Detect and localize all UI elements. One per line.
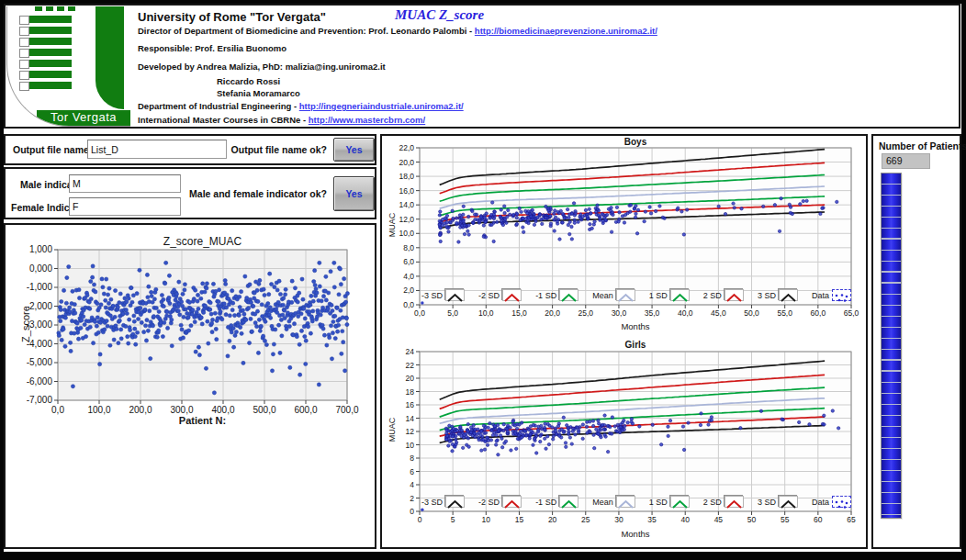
header-link[interactable]: http://ingegneriaindustriale.uniroma2.it… <box>299 101 464 111</box>
gender-ok-button[interactable]: Yes <box>333 176 375 211</box>
svg-text:45: 45 <box>714 515 724 524</box>
svg-text:4: 4 <box>410 480 414 489</box>
svg-text:40,0: 40,0 <box>678 308 693 318</box>
legend-data-dots-icon <box>832 289 851 301</box>
legend-entry: -2 SD <box>478 496 522 508</box>
svg-text:8,0: 8,0 <box>403 243 414 252</box>
legend-line-sample-icon <box>559 496 578 508</box>
svg-text:45,0: 45,0 <box>711 308 726 318</box>
svg-text:0,0: 0,0 <box>403 300 414 309</box>
svg-text:-7,000: -7,000 <box>27 395 53 405</box>
header-link[interactable]: http://www.mastercbrn.com/ <box>309 115 425 125</box>
svg-text:10,0: 10,0 <box>478 308 494 318</box>
university-name: University of Rome "Tor Vergata" <box>138 10 326 24</box>
svg-text:15: 15 <box>515 515 524 524</box>
output-file-input[interactable] <box>87 140 227 159</box>
legend-entry: -3 SD <box>421 289 465 301</box>
female-indicator-input[interactable] <box>69 197 181 216</box>
header-line: Riccardo Rossi <box>217 76 280 86</box>
svg-text:400,0: 400,0 <box>211 405 234 415</box>
svg-text:8: 8 <box>410 454 414 463</box>
legend-label: -3 SD <box>421 291 443 300</box>
svg-text:50: 50 <box>747 515 757 524</box>
legend-line-sample-icon <box>445 289 465 301</box>
svg-text:200,0: 200,0 <box>129 405 152 415</box>
tor-vergata-logo: Tor Vergata <box>6 6 130 127</box>
svg-text:2,0: 2,0 <box>403 286 414 295</box>
svg-text:30,0: 30,0 <box>612 308 627 318</box>
svg-text:4,0: 4,0 <box>403 272 414 281</box>
svg-text:22,0: 22,0 <box>399 143 414 152</box>
legend-label: -2 SD <box>478 291 500 300</box>
legend-label: -1 SD <box>535 291 556 300</box>
svg-text:16: 16 <box>406 400 415 409</box>
header-line: Stefania Moramarco <box>217 88 300 98</box>
svg-text:0: 0 <box>418 515 422 524</box>
page-title: MUAC Z_score <box>395 7 597 23</box>
svg-text:14,0: 14,0 <box>399 200 414 209</box>
output-file-label: Output file name <box>13 144 89 155</box>
legend-label: Mean <box>592 291 613 300</box>
legend-entry: 3 SD <box>758 289 798 301</box>
legend-label: 3 SD <box>758 291 776 300</box>
svg-text:-1,000: -1,000 <box>27 282 53 292</box>
legend-entry: 1 SD <box>649 289 690 301</box>
legend-line-sample-icon <box>724 289 744 301</box>
legend-label: 1 SD <box>649 291 668 300</box>
boys-xaxis-label: Months <box>420 321 851 331</box>
legend-entry: 1 SD <box>649 496 690 508</box>
svg-text:5,0: 5,0 <box>447 308 458 318</box>
svg-text:0,000: 0,000 <box>29 263 52 274</box>
svg-text:35: 35 <box>647 515 657 524</box>
output-file-ok-button[interactable]: Yes <box>333 138 375 162</box>
header-line-text: International Master Courses in CBRNe - <box>138 115 309 125</box>
legend-label: -1 SD <box>535 498 556 507</box>
svg-text:16,0: 16,0 <box>399 186 414 196</box>
svg-text:65: 65 <box>847 515 856 524</box>
legend-line-sample-icon <box>779 289 798 301</box>
zscore-yaxis-label: Z_score <box>20 297 31 352</box>
svg-text:0: 0 <box>410 507 414 516</box>
svg-text:22: 22 <box>406 361 415 370</box>
svg-text:1,000: 1,000 <box>29 244 52 254</box>
zscore-scatter-plot: 1,0000,000-1,000-2,000-3,000-4,000-5,000… <box>6 225 375 420</box>
zscore-xaxis-label: Patient N: <box>58 415 347 426</box>
legend-entry: 2 SD <box>703 496 744 508</box>
svg-text:20,0: 20,0 <box>545 308 560 318</box>
svg-text:30: 30 <box>614 515 623 524</box>
header-line: International Master Courses in CBRNe - … <box>138 115 425 125</box>
legend-line-sample-icon <box>670 496 690 508</box>
patients-count-label: Number of Patients <box>879 140 966 151</box>
header-line: Director of Department of Biomedicine an… <box>138 26 657 36</box>
svg-text:14: 14 <box>406 414 415 423</box>
svg-text:0,0: 0,0 <box>414 308 425 318</box>
svg-text:-6,000: -6,000 <box>27 376 53 386</box>
legend-label: 2 SD <box>703 291 722 300</box>
svg-text:10: 10 <box>482 515 491 524</box>
svg-text:300,0: 300,0 <box>170 405 193 415</box>
legend-line-sample-icon <box>559 289 578 301</box>
legend-label: Data <box>812 291 829 300</box>
legend-entry: 2 SD <box>703 289 744 301</box>
patients-tank-indicator <box>881 173 902 519</box>
legend-entry: Data <box>812 289 851 301</box>
zscore-chart-panel: Z_score_MUAC 1,0000,000-1,000-2,000-3,00… <box>4 223 376 549</box>
svg-text:-5,000: -5,000 <box>27 357 53 367</box>
svg-text:60,0: 60,0 <box>811 308 826 318</box>
patients-count-value: 669 <box>882 153 930 169</box>
svg-text:10,0: 10,0 <box>399 229 414 238</box>
legend-entry: Data <box>812 496 851 508</box>
legend-label: 2 SD <box>703 498 722 507</box>
legend-line-sample-icon <box>445 496 465 508</box>
patients-panel: Number of Patients 669 <box>871 134 961 549</box>
header-link[interactable]: http://biomedicinaeprevenzione.uniroma2.… <box>475 26 657 36</box>
male-indicator-input[interactable] <box>69 174 181 193</box>
svg-text:25,0: 25,0 <box>578 308 593 318</box>
legend-line-sample-icon <box>724 496 744 508</box>
header-line: Department of Industrial Engineering - h… <box>138 101 464 111</box>
header-line-text: Director of Department of Biomedicine an… <box>138 26 475 36</box>
header-line-text: Department of Industrial Engineering - <box>138 101 299 111</box>
svg-text:18,0: 18,0 <box>399 172 414 181</box>
svg-text:55: 55 <box>781 515 790 524</box>
legend-line-sample-icon <box>502 496 522 508</box>
